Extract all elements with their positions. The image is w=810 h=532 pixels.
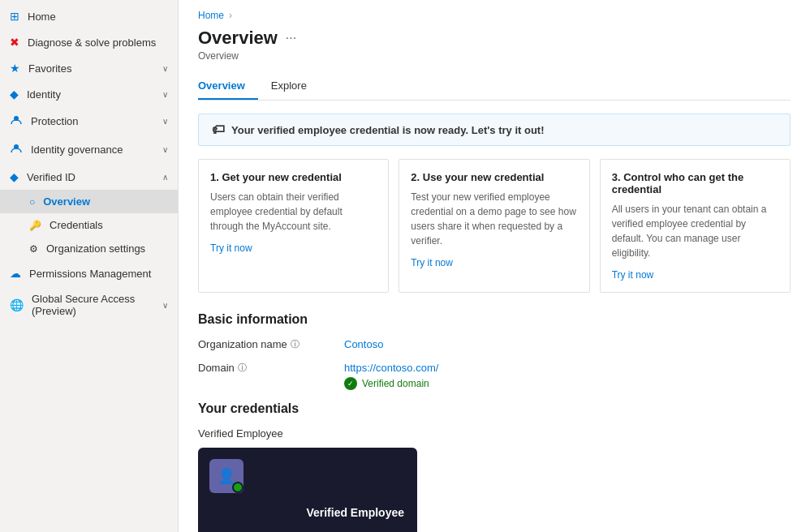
domain-values: https://contoso.com/ ✓ Verified domain	[344, 362, 438, 390]
sidebar-item-identity[interactable]: ◆ Identity ∨	[0, 81, 178, 107]
sidebar-item-org-settings[interactable]: ⚙ Organization settings	[0, 237, 178, 260]
card-1-label: Get your new credential	[222, 171, 341, 183]
sidebar-item-label: Verified ID	[27, 171, 75, 183]
card-3-text: All users in your tenant can obtain a ve…	[612, 202, 778, 260]
diagnose-icon: ✖	[10, 36, 19, 49]
credential-card: 👤 Verified Employee Contoso	[198, 448, 417, 532]
more-options-icon[interactable]: ···	[286, 31, 296, 45]
identity-icon: ◆	[10, 88, 19, 101]
credential-card-title: Verified Employee	[306, 506, 404, 519]
sidebar-item-protection[interactable]: Protection ∨	[0, 107, 178, 135]
sidebar-item-label: Home	[28, 11, 56, 23]
sidebar-item-label: Organization settings	[46, 242, 145, 255]
banner: 🏷 Your verified employee credential is n…	[198, 114, 791, 146]
credential-card-status-dot	[232, 482, 243, 493]
page-title: Overview	[198, 28, 278, 49]
sidebar-item-global-secure[interactable]: 🌐 Global Secure Access (Preview) ∨	[0, 286, 178, 324]
sidebar-item-credentials[interactable]: 🔑 Credentials	[0, 213, 178, 237]
tabs-bar: Overview Explore	[198, 73, 791, 101]
credentials-section-title: Your credentials	[198, 401, 791, 416]
verified-badge: ✓ Verified domain	[344, 377, 438, 390]
breadcrumb-separator: ›	[229, 10, 232, 21]
favorites-icon: ★	[10, 62, 20, 75]
global-secure-icon: 🌐	[10, 298, 24, 311]
main-content: Home › Overview ··· Overview Overview Ex…	[179, 0, 810, 532]
card-3-title: 3. Control who can get the credential	[612, 171, 778, 195]
verified-text: Verified domain	[362, 378, 429, 389]
sidebar-item-label: Identity governance	[31, 144, 123, 156]
chevron-up-icon: ∧	[162, 173, 168, 182]
org-name-label: Organization name ⓘ	[198, 338, 344, 350]
card-1-title: 1. Get your new credential	[210, 171, 377, 183]
page-subtitle: Overview	[198, 50, 791, 62]
verified-checkmark-icon: ✓	[344, 377, 357, 390]
sidebar-item-diagnose[interactable]: ✖ Diagnose & solve problems	[0, 29, 178, 55]
protection-icon	[10, 114, 23, 129]
sidebar-item-label: Diagnose & solve problems	[28, 36, 156, 49]
tab-explore[interactable]: Explore	[271, 73, 320, 100]
sidebar-item-label: Identity	[27, 88, 61, 101]
card-1: 1. Get your new credential Users can obt…	[198, 159, 389, 293]
banner-text: Your verified employee credential is now…	[231, 124, 545, 136]
permissions-icon: ☁	[10, 267, 21, 280]
card-1-number: 1.	[210, 171, 219, 183]
sidebar-item-label: Permissions Management	[29, 268, 151, 280]
sidebar-item-label: Global Secure Access (Preview)	[32, 293, 154, 317]
page-header: Overview ···	[198, 28, 791, 49]
sidebar-item-permissions[interactable]: ☁ Permissions Management	[0, 260, 178, 286]
credentials-section: Your credentials Verified Employee 👤 Ver…	[198, 401, 791, 532]
sidebar-item-label: Favorites	[28, 62, 71, 75]
breadcrumb: Home ›	[198, 10, 791, 21]
cards-container: 1. Get your new credential Users can obt…	[198, 159, 791, 293]
org-name-value: Contoso	[344, 338, 383, 350]
chevron-down-icon: ∨	[162, 301, 168, 310]
domain-row: Domain ⓘ https://contoso.com/ ✓ Verified…	[198, 362, 791, 390]
chevron-down-icon: ∨	[162, 64, 168, 73]
credentials-subtitle: Verified Employee	[198, 427, 791, 440]
basic-info-title: Basic information	[198, 312, 791, 327]
sidebar-item-favorites[interactable]: ★ Favorites ∨	[0, 55, 178, 81]
domain-label: Domain ⓘ	[198, 362, 344, 374]
card-2-label: Use your new credential	[423, 171, 545, 183]
card-3-label: Control who can get the credential	[612, 171, 744, 195]
sidebar-item-overview[interactable]: ○ Overview	[0, 190, 178, 213]
card-3-link[interactable]: Try it now	[612, 269, 654, 281]
overview-icon: ○	[29, 196, 35, 208]
chevron-down-icon: ∨	[162, 90, 168, 99]
org-name-row: Organization name ⓘ Contoso	[198, 338, 791, 350]
avatar-person-icon: 👤	[218, 467, 235, 485]
home-icon: ⊞	[10, 10, 19, 23]
sidebar-item-label: Protection	[31, 115, 79, 127]
sidebar-item-home[interactable]: ⊞ Home	[0, 3, 178, 29]
card-2-text: Test your new verified employee credenti…	[411, 190, 577, 248]
card-1-text: Users can obtain their verified employee…	[210, 190, 377, 234]
chevron-down-icon: ∨	[162, 145, 168, 154]
verified-id-icon: ◆	[10, 170, 19, 183]
card-2-title: 2. Use your new credential	[411, 171, 577, 183]
sidebar-item-verified-id[interactable]: ◆ Verified ID ∧	[0, 164, 178, 190]
card-2: 2. Use your new credential Test your new…	[399, 159, 589, 293]
org-settings-icon: ⚙	[29, 243, 38, 255]
card-1-link[interactable]: Try it now	[210, 242, 252, 254]
card-2-link[interactable]: Try it now	[411, 257, 453, 268]
sidebar: ⊞ Home ✖ Diagnose & solve problems ★ Fav…	[0, 0, 179, 532]
org-name-info-icon[interactable]: ⓘ	[291, 338, 299, 350]
card-3: 3. Control who can get the credential Al…	[600, 159, 791, 293]
tab-overview[interactable]: Overview	[198, 73, 258, 100]
card-3-number: 3.	[612, 171, 621, 183]
sidebar-item-label: Credentials	[50, 219, 103, 231]
chevron-down-icon: ∨	[162, 117, 168, 126]
sidebar-item-identity-governance[interactable]: Identity governance ∨	[0, 135, 178, 164]
domain-url[interactable]: https://contoso.com/	[344, 362, 438, 374]
domain-info-icon[interactable]: ⓘ	[238, 362, 247, 374]
banner-icon: 🏷	[212, 122, 225, 137]
identity-governance-icon	[10, 142, 23, 157]
credentials-icon: 🔑	[29, 220, 41, 231]
sidebar-item-label: Overview	[43, 195, 90, 208]
breadcrumb-home[interactable]: Home	[198, 10, 224, 21]
card-2-number: 2.	[411, 171, 420, 183]
